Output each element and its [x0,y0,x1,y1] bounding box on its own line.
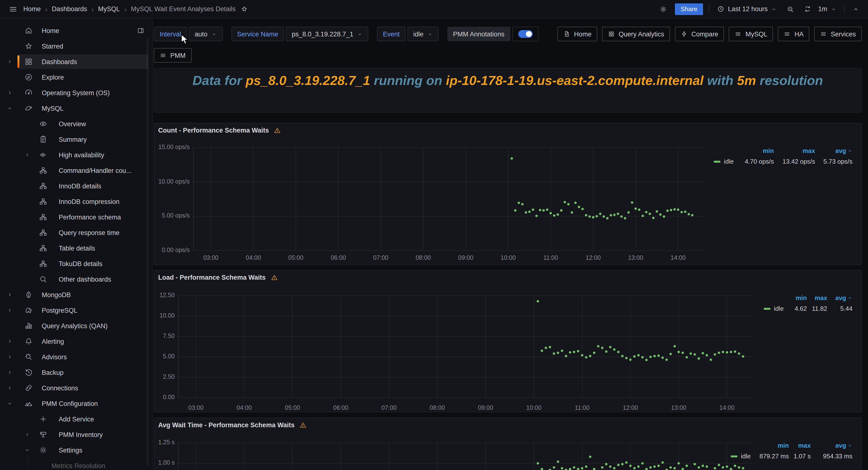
sidebar-item-other-dashboards[interactable]: Other dashboards [0,271,152,287]
chevron-right-icon[interactable] [7,59,12,65]
chevron-right-icon[interactable] [7,90,12,96]
data-point [666,209,669,212]
sidebar-item-explore[interactable]: Explore [0,69,152,85]
breadcrumb-item[interactable]: MySQL [98,5,120,12]
link-button-query-analytics[interactable]: Query Analytics [602,27,670,41]
warning-icon[interactable] [271,274,278,281]
link-button-label: Services [831,30,856,38]
time-range-picker[interactable]: Last 12 hours [715,4,779,13]
chevron-right-icon[interactable] [24,432,30,438]
breadcrumb-separator: › [124,5,126,13]
legend-series-idle[interactable]: idle [731,452,752,460]
sidebar-item-query-response-time[interactable]: Query response time [0,225,152,240]
kiosk-mode-button[interactable] [850,4,861,14]
breadcrumb-item[interactable]: Dashboards [52,5,87,12]
share-button[interactable]: Share [675,3,703,15]
gear-icon [39,446,48,454]
link-button-services[interactable]: Services [814,27,862,41]
legend-series-idle[interactable]: idle [714,158,741,165]
chevron-down-icon[interactable] [24,447,30,453]
interval-dropdown[interactable]: auto [189,27,223,41]
legend-sort-header-min[interactable]: min [786,294,807,301]
link-button-mysql[interactable]: MySQL [729,27,773,41]
sitemap-icon [39,182,48,190]
sidebar-item-starred[interactable]: Starred [0,38,152,54]
panel-title: Avg Wait Time - Performance Schema Waits [158,421,294,429]
chevron-right-icon[interactable] [7,370,12,375]
refresh-button[interactable] [802,3,813,14]
sidebar-item-add-service[interactable]: Add Service [0,411,152,427]
chevron-down-icon[interactable] [7,105,12,111]
legend-sort-header-avg[interactable]: avg [827,294,852,301]
sidebar-item-dashboards[interactable]: Dashboards [0,54,152,69]
refresh-interval-dropdown[interactable]: 1m [816,4,838,13]
warning-icon[interactable] [299,421,307,429]
legend-sort-header-max[interactable]: max [807,294,827,301]
pmm-annotations-toggle[interactable] [512,27,538,41]
elephant-icon [24,306,33,315]
data-point [581,208,584,210]
legend-series-idle[interactable]: idle [764,305,786,312]
chevron-right-icon[interactable] [7,307,12,313]
menu-toggle-button[interactable] [7,3,20,15]
sidebar-item-performance-schema[interactable]: Performance schema [0,209,152,225]
service-name-dropdown[interactable]: ps_8.0_3.19.228.7_1 [286,27,369,41]
data-point [617,351,620,353]
favorite-star-button[interactable] [239,3,250,14]
sidebar-item-postgresql[interactable]: PostgreSQL [0,302,152,318]
data-point [677,209,679,211]
breadcrumb-item[interactable]: Home [23,5,41,12]
chevron-right-icon[interactable] [7,354,12,360]
sidebar-item-mongodb[interactable]: MongoDB [0,287,152,302]
sidebar-item-pmm-inventory[interactable]: PMM Inventory [0,427,152,442]
sidebar-item-summary[interactable]: Summary [0,131,152,147]
legend-sort-header-avg[interactable]: avg [815,147,852,154]
chevron-right-icon[interactable] [24,152,30,158]
chevron-right-icon[interactable] [7,292,12,298]
legend-sort-header-avg[interactable]: avg [811,442,852,449]
sidebar-item-home[interactable]: Home [0,23,152,38]
panel-header[interactable]: Avg Wait Time - Performance Schema Waits [158,421,307,429]
legend-sort-header-min[interactable]: min [752,442,789,449]
zoom-out-button[interactable] [784,3,796,15]
data-point [535,215,538,217]
legend-sort-header-max[interactable]: max [789,442,811,449]
series-color-indicator [731,455,738,457]
sidebar-item-pmm-configuration[interactable]: PMM Configuration [0,396,152,411]
chevron-right-icon[interactable] [7,339,12,344]
panel-right-icon[interactable] [137,27,145,34]
sidebar-item-high-availability[interactable]: High availability [0,147,152,163]
sidebar-item-metrics-resolution[interactable]: Metrics Resolution [0,458,152,470]
link-button-compare[interactable]: Compare [675,27,724,41]
sidebar-item-backup[interactable]: Backup [0,365,152,380]
sidebar-item-command-handler-cou[interactable]: Command/Handler cou... [0,163,152,178]
chevron-right-icon[interactable] [7,385,12,391]
event-dropdown[interactable]: idle [408,27,439,41]
link-button-home[interactable]: Home [557,27,597,41]
sidebar-item-overview[interactable]: Overview [0,116,152,131]
hamburger-icon [9,5,18,13]
chevron-down-icon[interactable] [7,401,12,406]
panel-header[interactable]: Load - Performance Schema Waits [158,274,278,281]
event-label[interactable]: Event [377,27,405,41]
service-name-label[interactable]: Service Name [231,27,284,41]
sidebar-item-table-details[interactable]: Table details [0,240,152,256]
sidebar-item-query-analytics-qan[interactable]: Query Analytics (QAN) [0,318,152,333]
dashboard-settings-button[interactable] [657,3,669,15]
legend-sort-header-max[interactable]: max [774,147,815,154]
sidebar-item-innodb-details[interactable]: InnoDB details [0,178,152,194]
sidebar-item-alerting[interactable]: Alerting [0,333,152,349]
pmm-link-button[interactable]: PMM [154,48,191,63]
sidebar-item-tokudb-details[interactable]: TokuDB details [0,256,152,271]
sidebar-item-settings[interactable]: Settings [0,442,152,458]
sidebar-item-innodb-compression[interactable]: InnoDB compression [0,194,152,209]
sidebar-item-advisors[interactable]: Advisors [0,349,152,365]
link-button-ha[interactable]: HA [778,27,809,41]
sidebar-item-mysql[interactable]: MySQL [0,100,152,116]
legend-sort-header-min[interactable]: min [741,147,774,154]
panel-header[interactable]: Count - Performance Schema Waits [158,127,281,134]
sidebar-item-operating-system-os[interactable]: Operating System (OS) [0,85,152,100]
variables-toolbar: Interval auto Service Name ps_8.0_3.19.2… [154,27,862,41]
warning-icon[interactable] [274,127,281,134]
sidebar-item-connections[interactable]: Connections [0,380,152,396]
